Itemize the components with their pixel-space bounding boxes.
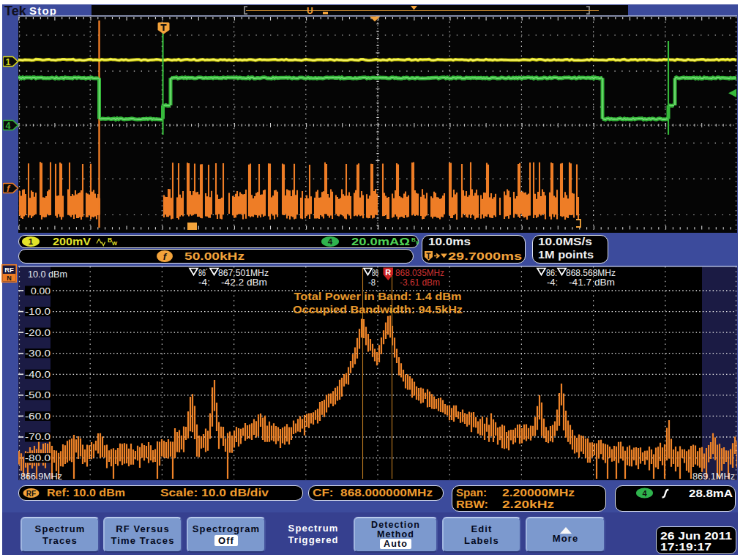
svg-text:868.035MHz: 868.035MHz: [395, 268, 444, 278]
svg-text:4: 4: [6, 121, 11, 131]
svg-text:50.00kHz: 50.00kHz: [184, 250, 244, 262]
svg-text:N: N: [7, 275, 12, 282]
svg-text:RF: RF: [4, 266, 14, 274]
svg-text:-41.7 dBm: -41.7 dBm: [569, 277, 615, 288]
svg-text:-42.2 dBm: -42.2 dBm: [221, 277, 267, 288]
svg-text:2.20000MHz: 2.20000MHz: [502, 487, 575, 499]
svg-text:4: 4: [328, 237, 333, 246]
svg-text:10.0MS/s: 10.0MS/s: [538, 235, 592, 247]
svg-text:200mV: 200mV: [53, 235, 91, 247]
svg-text:1M points: 1M points: [538, 248, 594, 261]
svg-text:-4:: -4:: [198, 277, 210, 288]
svg-text:2.20kHz: 2.20kHz: [502, 499, 554, 510]
svg-text:1: 1: [29, 237, 34, 246]
svg-text:866.9MHz: 866.9MHz: [20, 471, 62, 480]
svg-text:20.0mAΩ: 20.0mAΩ: [351, 235, 410, 247]
svg-text:28.8mA: 28.8mA: [689, 487, 733, 499]
svg-text:R: R: [385, 268, 391, 277]
svg-text:-10.0: -10.0: [25, 307, 51, 317]
svg-text:Ref: 10.0 dBm: Ref: 10.0 dBm: [47, 487, 125, 499]
svg-text:Occupied Bandwidth: 94.5kHz: Occupied Bandwidth: 94.5kHz: [293, 304, 463, 316]
svg-text:86:: 86:: [546, 268, 557, 278]
svg-text:26 Jun 2011: 26 Jun 2011: [660, 530, 732, 542]
svg-text:CF: 868.000000MHz: CF: 868.000000MHz: [313, 487, 433, 499]
svg-text:Span:: Span:: [456, 487, 487, 499]
svg-text:U: U: [307, 6, 313, 15]
svg-text:868.568MHz: 868.568MHz: [566, 268, 616, 278]
svg-text:-70.0: -70.0: [25, 432, 51, 442]
svg-text:W: W: [416, 240, 419, 245]
svg-text:-4:: -4:: [547, 277, 558, 288]
svg-text:RF: RF: [26, 490, 36, 498]
svg-text:867.501MHz: 867.501MHz: [218, 268, 269, 278]
svg-text:10.0 dBm: 10.0 dBm: [28, 269, 67, 280]
svg-text:-8: -8: [368, 277, 376, 288]
svg-text:0.00: 0.00: [31, 286, 51, 296]
svg-text:10.0ms: 10.0ms: [428, 235, 471, 247]
svg-text:1: 1: [6, 57, 11, 67]
svg-text:-80.0: -80.0: [25, 453, 51, 463]
svg-text:RBW:: RBW:: [456, 499, 488, 510]
svg-text:17:19:17: 17:19:17: [660, 541, 712, 553]
svg-text:-60.0: -60.0: [25, 411, 51, 422]
svg-text:Scale: 10.0 dB/div: Scale: 10.0 dB/div: [160, 487, 269, 499]
svg-text:-20.0: -20.0: [25, 328, 51, 338]
svg-text:W: W: [112, 240, 118, 247]
svg-text:-50.0: -50.0: [25, 390, 51, 400]
svg-text:86´: 86´: [198, 268, 208, 278]
svg-text:-40.0: -40.0: [25, 370, 51, 380]
svg-text:-30.0: -30.0: [25, 348, 51, 359]
svg-text:86: 86: [372, 268, 378, 278]
svg-text:Total Power in Band: 1.4 dBm: Total Power in Band: 1.4 dBm: [294, 291, 462, 302]
svg-text:29.7000ms: 29.7000ms: [448, 250, 522, 262]
svg-text:869.1MHz: 869.1MHz: [692, 471, 735, 480]
svg-text:4: 4: [642, 489, 647, 498]
svg-text:-3.61 dBm: -3.61 dBm: [400, 277, 440, 288]
